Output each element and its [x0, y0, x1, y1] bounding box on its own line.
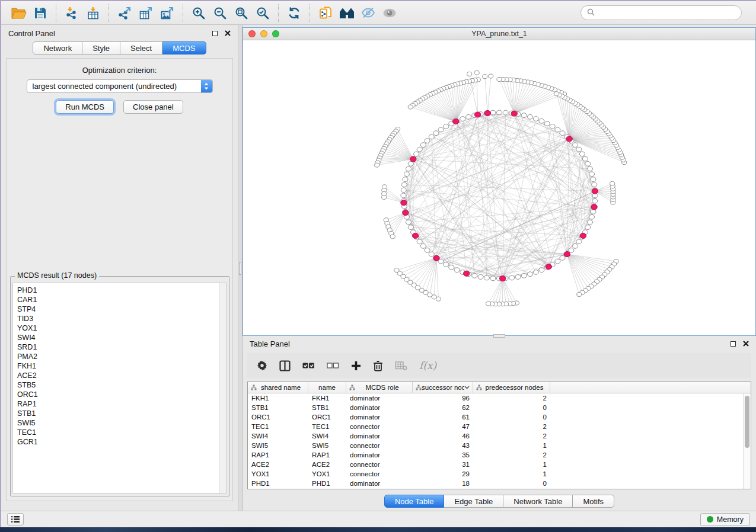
network-node[interactable]	[573, 243, 578, 248]
network-node[interactable]	[490, 110, 496, 115]
vertical-splitter-handle[interactable]	[239, 262, 241, 275]
window-close-button[interactable]	[248, 30, 256, 37]
network-node[interactable]	[408, 161, 413, 166]
table-row[interactable]: TEC1TEC1connector472	[248, 422, 743, 431]
table-row[interactable]: STB1STB1dominator620	[248, 403, 743, 412]
network-node[interactable]	[420, 143, 426, 148]
optimization-criterion-select[interactable]: largest connected component (undirected)	[27, 79, 213, 93]
first-neighbors-button[interactable]	[336, 4, 358, 23]
mcds-result-item[interactable]: STP4	[17, 305, 219, 314]
mcds-result-item[interactable]: SWI4	[17, 333, 219, 342]
open-session-button[interactable]	[8, 4, 30, 23]
network-node[interactable]	[466, 114, 471, 119]
mcds-dominator-node[interactable]	[401, 200, 407, 206]
export-table-button[interactable]	[135, 4, 157, 23]
mcds-result-item[interactable]: SWI5	[17, 418, 219, 428]
mcds-result-item[interactable]: ORC1	[17, 390, 219, 399]
network-node[interactable]	[509, 275, 515, 280]
mcds-dominator-node[interactable]	[403, 210, 409, 216]
mcds-dominator-node[interactable]	[499, 276, 505, 281]
network-node[interactable]	[375, 163, 379, 167]
network-node[interactable]	[406, 166, 411, 171]
network-node[interactable]	[589, 214, 595, 219]
network-node[interactable]	[460, 117, 465, 121]
task-history-button[interactable]	[7, 513, 24, 525]
table-row[interactable]: RAP1RAP1dominator352	[248, 450, 743, 460]
mcds-dominator-node[interactable]	[433, 255, 439, 261]
mcds-dominator-node[interactable]	[474, 112, 480, 117]
mcds-result-item[interactable]: YOX1	[17, 323, 219, 333]
network-node[interactable]	[414, 152, 419, 156]
network-node[interactable]	[444, 262, 449, 267]
network-node[interactable]	[503, 110, 508, 115]
network-node[interactable]	[515, 275, 521, 280]
mcds-dominator-node[interactable]	[546, 264, 551, 270]
network-node[interactable]	[478, 275, 483, 280]
network-node[interactable]	[394, 268, 399, 273]
table-tab-edge-table[interactable]: Edge Table	[444, 495, 503, 508]
network-node[interactable]	[560, 131, 565, 136]
network-node[interactable]	[527, 114, 532, 119]
network-node[interactable]	[496, 110, 502, 115]
mcds-result-item[interactable]: PMA2	[17, 352, 219, 361]
network-node[interactable]	[484, 275, 489, 280]
mcds-result-item[interactable]: GCR1	[17, 437, 219, 447]
window-zoom-button[interactable]	[272, 30, 279, 37]
column-header-mcds-role[interactable]: MCDS role	[346, 382, 413, 393]
column-header-name[interactable]: name	[308, 382, 346, 393]
run-mcds-button[interactable]: Run MCDS	[56, 100, 114, 114]
tab-style[interactable]: Style	[82, 41, 120, 55]
refresh-view-button[interactable]	[283, 4, 305, 23]
network-node[interactable]	[401, 188, 406, 193]
network-node[interactable]	[610, 181, 615, 185]
column-header-successor-nodes[interactable]: successor nodes	[413, 382, 473, 393]
network-node[interactable]	[444, 124, 449, 129]
mcds-dominator-node[interactable]	[592, 188, 598, 194]
mcds-dominator-node[interactable]	[410, 156, 416, 162]
search-field[interactable]	[580, 5, 742, 20]
network-node[interactable]	[527, 272, 532, 277]
mcds-result-item[interactable]: CAR1	[17, 295, 219, 305]
panel-splitter[interactable]	[238, 25, 243, 511]
network-node[interactable]	[550, 124, 555, 129]
network-node[interactable]	[539, 268, 544, 273]
network-node[interactable]	[560, 255, 565, 260]
mcds-dominator-node[interactable]	[566, 136, 572, 142]
network-node[interactable]	[497, 77, 502, 81]
mcds-result-item[interactable]: STB5	[17, 380, 219, 390]
mcds-dominator-node[interactable]	[464, 271, 470, 276]
control-panel-close-button[interactable]	[225, 30, 231, 36]
mcds-result-item[interactable]: STB1	[17, 409, 219, 418]
network-node[interactable]	[576, 239, 582, 244]
network-node[interactable]	[472, 273, 477, 278]
table-row[interactable]: ACE2ACE2connector311	[248, 460, 743, 469]
network-node[interactable]	[425, 248, 430, 252]
network-node[interactable]	[521, 113, 527, 118]
mcds-result-item[interactable]: ACE2	[17, 371, 219, 380]
mcds-result-item[interactable]: TID3	[17, 314, 219, 323]
table-panel-close-button[interactable]	[743, 341, 749, 347]
memory-button[interactable]: Memory	[700, 513, 750, 526]
network-node[interactable]	[467, 72, 472, 76]
table-row[interactable]: FKH1FKH1dominator962	[248, 393, 743, 403]
network-node[interactable]	[404, 172, 409, 177]
zoom-out-button[interactable]	[209, 4, 231, 23]
horizontal-splitter-handle[interactable]	[493, 334, 505, 338]
network-node[interactable]	[417, 147, 422, 152]
network-node[interactable]	[433, 131, 439, 136]
import-network-button[interactable]	[61, 4, 82, 23]
zoom-selected-button[interactable]	[252, 4, 273, 23]
table-row[interactable]: SWI5SWI5connector431	[248, 441, 743, 450]
network-node[interactable]	[408, 105, 413, 109]
mcds-dominator-node[interactable]	[484, 110, 490, 116]
network-node[interactable]	[585, 161, 591, 166]
network-node[interactable]	[401, 182, 407, 187]
table-row[interactable]: PHD1PHD1dominator180	[248, 479, 743, 488]
add-column-button[interactable]	[351, 358, 361, 373]
network-node[interactable]	[576, 147, 582, 152]
network-node[interactable]	[587, 166, 592, 171]
close-panel-button[interactable]: Close panel	[123, 100, 183, 114]
network-canvas[interactable]	[243, 40, 755, 335]
network-node[interactable]	[573, 143, 578, 148]
hide-selected-button[interactable]	[358, 4, 379, 23]
